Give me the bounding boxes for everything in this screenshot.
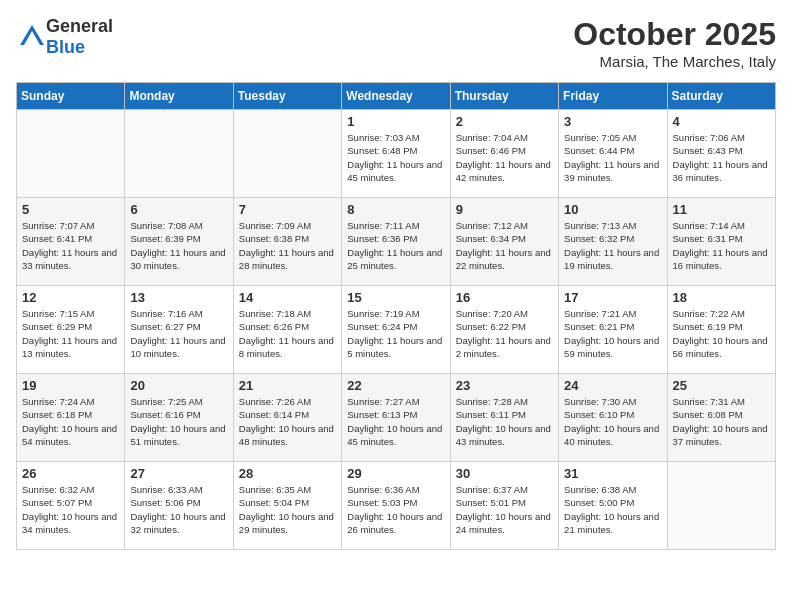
calendar-cell: 16Sunrise: 7:20 AMSunset: 6:22 PMDayligh…: [450, 286, 558, 374]
day-info: Sunrise: 7:18 AMSunset: 6:26 PMDaylight:…: [239, 307, 336, 360]
calendar-cell: [17, 110, 125, 198]
day-info: Sunrise: 7:05 AMSunset: 6:44 PMDaylight:…: [564, 131, 661, 184]
day-info: Sunrise: 7:21 AMSunset: 6:21 PMDaylight:…: [564, 307, 661, 360]
day-info: Sunrise: 7:31 AMSunset: 6:08 PMDaylight:…: [673, 395, 770, 448]
calendar-cell: 21Sunrise: 7:26 AMSunset: 6:14 PMDayligh…: [233, 374, 341, 462]
day-number: 5: [22, 202, 119, 217]
month-title: October 2025: [573, 16, 776, 53]
day-number: 8: [347, 202, 444, 217]
day-number: 3: [564, 114, 661, 129]
day-info: Sunrise: 7:22 AMSunset: 6:19 PMDaylight:…: [673, 307, 770, 360]
logo-general-text: General: [46, 16, 113, 36]
calendar-cell: 15Sunrise: 7:19 AMSunset: 6:24 PMDayligh…: [342, 286, 450, 374]
day-info: Sunrise: 7:13 AMSunset: 6:32 PMDaylight:…: [564, 219, 661, 272]
day-header-friday: Friday: [559, 83, 667, 110]
calendar-cell: 10Sunrise: 7:13 AMSunset: 6:32 PMDayligh…: [559, 198, 667, 286]
calendar-cell: 18Sunrise: 7:22 AMSunset: 6:19 PMDayligh…: [667, 286, 775, 374]
day-info: Sunrise: 7:20 AMSunset: 6:22 PMDaylight:…: [456, 307, 553, 360]
title-area: October 2025 Marsia, The Marches, Italy: [573, 16, 776, 70]
calendar-cell: 30Sunrise: 6:37 AMSunset: 5:01 PMDayligh…: [450, 462, 558, 550]
logo-icon: [18, 23, 46, 51]
calendar-cell: 3Sunrise: 7:05 AMSunset: 6:44 PMDaylight…: [559, 110, 667, 198]
day-number: 12: [22, 290, 119, 305]
day-info: Sunrise: 6:35 AMSunset: 5:04 PMDaylight:…: [239, 483, 336, 536]
day-number: 15: [347, 290, 444, 305]
calendar-cell: 12Sunrise: 7:15 AMSunset: 6:29 PMDayligh…: [17, 286, 125, 374]
day-info: Sunrise: 7:07 AMSunset: 6:41 PMDaylight:…: [22, 219, 119, 272]
day-number: 4: [673, 114, 770, 129]
day-info: Sunrise: 7:06 AMSunset: 6:43 PMDaylight:…: [673, 131, 770, 184]
day-number: 17: [564, 290, 661, 305]
day-number: 26: [22, 466, 119, 481]
day-number: 7: [239, 202, 336, 217]
day-info: Sunrise: 7:08 AMSunset: 6:39 PMDaylight:…: [130, 219, 227, 272]
day-number: 30: [456, 466, 553, 481]
calendar-cell: 19Sunrise: 7:24 AMSunset: 6:18 PMDayligh…: [17, 374, 125, 462]
week-row-5: 26Sunrise: 6:32 AMSunset: 5:07 PMDayligh…: [17, 462, 776, 550]
days-header-row: SundayMondayTuesdayWednesdayThursdayFrid…: [17, 83, 776, 110]
day-info: Sunrise: 6:33 AMSunset: 5:06 PMDaylight:…: [130, 483, 227, 536]
calendar-cell: 6Sunrise: 7:08 AMSunset: 6:39 PMDaylight…: [125, 198, 233, 286]
calendar-cell: 13Sunrise: 7:16 AMSunset: 6:27 PMDayligh…: [125, 286, 233, 374]
calendar-cell: 26Sunrise: 6:32 AMSunset: 5:07 PMDayligh…: [17, 462, 125, 550]
day-info: Sunrise: 7:03 AMSunset: 6:48 PMDaylight:…: [347, 131, 444, 184]
day-number: 2: [456, 114, 553, 129]
calendar-cell: 1Sunrise: 7:03 AMSunset: 6:48 PMDaylight…: [342, 110, 450, 198]
calendar-cell: 23Sunrise: 7:28 AMSunset: 6:11 PMDayligh…: [450, 374, 558, 462]
day-info: Sunrise: 7:09 AMSunset: 6:38 PMDaylight:…: [239, 219, 336, 272]
calendar-cell: 14Sunrise: 7:18 AMSunset: 6:26 PMDayligh…: [233, 286, 341, 374]
logo: General Blue: [16, 16, 113, 58]
day-info: Sunrise: 7:11 AMSunset: 6:36 PMDaylight:…: [347, 219, 444, 272]
day-number: 19: [22, 378, 119, 393]
day-number: 28: [239, 466, 336, 481]
day-number: 1: [347, 114, 444, 129]
calendar-table: SundayMondayTuesdayWednesdayThursdayFrid…: [16, 82, 776, 550]
logo-blue-text: Blue: [46, 37, 85, 57]
day-info: Sunrise: 7:25 AMSunset: 6:16 PMDaylight:…: [130, 395, 227, 448]
day-header-saturday: Saturday: [667, 83, 775, 110]
calendar-cell: 17Sunrise: 7:21 AMSunset: 6:21 PMDayligh…: [559, 286, 667, 374]
day-number: 14: [239, 290, 336, 305]
calendar-cell: [233, 110, 341, 198]
day-header-tuesday: Tuesday: [233, 83, 341, 110]
day-header-wednesday: Wednesday: [342, 83, 450, 110]
calendar-cell: [667, 462, 775, 550]
calendar-cell: 9Sunrise: 7:12 AMSunset: 6:34 PMDaylight…: [450, 198, 558, 286]
day-number: 23: [456, 378, 553, 393]
day-info: Sunrise: 7:04 AMSunset: 6:46 PMDaylight:…: [456, 131, 553, 184]
day-number: 22: [347, 378, 444, 393]
day-info: Sunrise: 7:26 AMSunset: 6:14 PMDaylight:…: [239, 395, 336, 448]
calendar-cell: 2Sunrise: 7:04 AMSunset: 6:46 PMDaylight…: [450, 110, 558, 198]
day-header-monday: Monday: [125, 83, 233, 110]
calendar-cell: 27Sunrise: 6:33 AMSunset: 5:06 PMDayligh…: [125, 462, 233, 550]
day-info: Sunrise: 6:36 AMSunset: 5:03 PMDaylight:…: [347, 483, 444, 536]
day-info: Sunrise: 7:16 AMSunset: 6:27 PMDaylight:…: [130, 307, 227, 360]
day-info: Sunrise: 7:28 AMSunset: 6:11 PMDaylight:…: [456, 395, 553, 448]
calendar-cell: 7Sunrise: 7:09 AMSunset: 6:38 PMDaylight…: [233, 198, 341, 286]
day-info: Sunrise: 7:14 AMSunset: 6:31 PMDaylight:…: [673, 219, 770, 272]
day-header-sunday: Sunday: [17, 83, 125, 110]
calendar-cell: 31Sunrise: 6:38 AMSunset: 5:00 PMDayligh…: [559, 462, 667, 550]
calendar-cell: 25Sunrise: 7:31 AMSunset: 6:08 PMDayligh…: [667, 374, 775, 462]
day-info: Sunrise: 7:27 AMSunset: 6:13 PMDaylight:…: [347, 395, 444, 448]
day-number: 31: [564, 466, 661, 481]
day-number: 10: [564, 202, 661, 217]
page-header: General Blue October 2025 Marsia, The Ma…: [16, 16, 776, 70]
calendar-cell: 29Sunrise: 6:36 AMSunset: 5:03 PMDayligh…: [342, 462, 450, 550]
day-header-thursday: Thursday: [450, 83, 558, 110]
calendar-cell: 11Sunrise: 7:14 AMSunset: 6:31 PMDayligh…: [667, 198, 775, 286]
calendar-cell: 28Sunrise: 6:35 AMSunset: 5:04 PMDayligh…: [233, 462, 341, 550]
day-number: 21: [239, 378, 336, 393]
location-title: Marsia, The Marches, Italy: [573, 53, 776, 70]
week-row-4: 19Sunrise: 7:24 AMSunset: 6:18 PMDayligh…: [17, 374, 776, 462]
day-number: 27: [130, 466, 227, 481]
day-info: Sunrise: 6:38 AMSunset: 5:00 PMDaylight:…: [564, 483, 661, 536]
day-number: 20: [130, 378, 227, 393]
day-info: Sunrise: 6:37 AMSunset: 5:01 PMDaylight:…: [456, 483, 553, 536]
day-number: 25: [673, 378, 770, 393]
day-number: 29: [347, 466, 444, 481]
calendar-cell: 4Sunrise: 7:06 AMSunset: 6:43 PMDaylight…: [667, 110, 775, 198]
day-number: 11: [673, 202, 770, 217]
calendar-cell: 20Sunrise: 7:25 AMSunset: 6:16 PMDayligh…: [125, 374, 233, 462]
week-row-3: 12Sunrise: 7:15 AMSunset: 6:29 PMDayligh…: [17, 286, 776, 374]
